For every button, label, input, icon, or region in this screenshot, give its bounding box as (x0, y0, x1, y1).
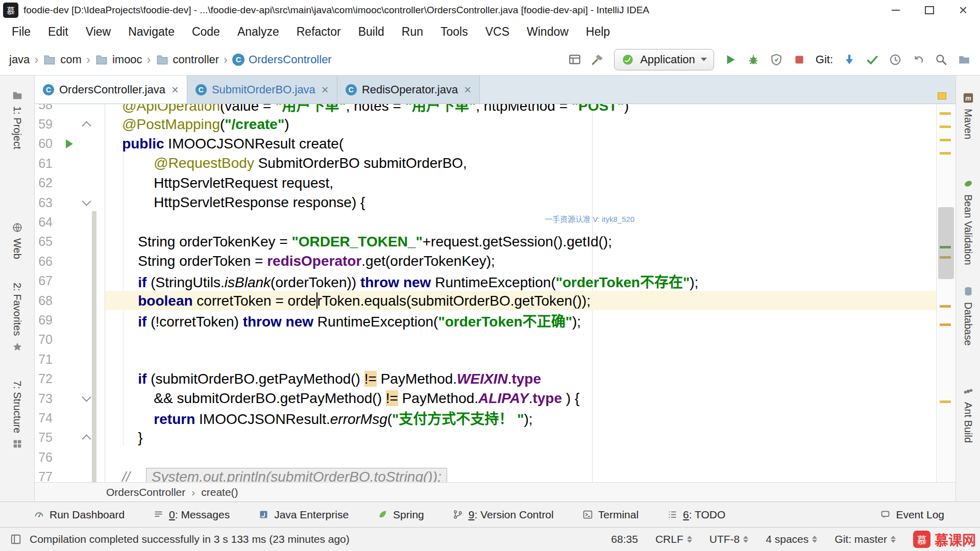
breadcrumb-com[interactable]: com (43, 53, 82, 66)
tool-windows-button[interactable] (568, 53, 581, 66)
code-line-66[interactable]: 66 String orderToken = redisOperator.get… (35, 252, 937, 271)
menu-vcs[interactable]: VCS (477, 25, 518, 39)
code-line-69[interactable]: 69 if (!corretToken) throw new RuntimeEx… (35, 310, 937, 330)
breadcrumb-controller[interactable]: controller (156, 53, 219, 66)
code-line-76[interactable]: 76 (35, 447, 937, 467)
favorites-icon (12, 341, 23, 353)
vcs-update-button[interactable] (843, 53, 856, 66)
close-button[interactable]: × (946, 0, 980, 20)
scrollbar-thumb[interactable] (938, 207, 954, 279)
code-line-58[interactable]: 58 @ApiOperation(value = "用户下单", notes =… (35, 104, 937, 114)
rollback-button[interactable] (912, 53, 925, 66)
menu-window[interactable]: Window (518, 25, 577, 39)
breadcrumb-orderscontroller[interactable]: OrdersController (106, 486, 185, 498)
tool-button-bean-validation[interactable]: Bean Validation (962, 178, 974, 265)
tool-button-ant-build[interactable]: Ant Build (962, 386, 974, 443)
code-line-77[interactable]: 77 // System.out.println(submitOrderBO.t… (35, 467, 937, 482)
menu-refactor[interactable]: Refactor (288, 25, 350, 39)
tool-button-web[interactable]: Web (11, 222, 23, 259)
minimize-button[interactable] (879, 0, 913, 20)
breadcrumb-create[interactable]: create() (201, 486, 238, 498)
run-line-icon[interactable] (66, 139, 73, 148)
line-number: 76 (35, 450, 57, 465)
menu-run[interactable]: Run (393, 25, 432, 39)
code-line-63[interactable]: 63 HttpServletResponse response) { (35, 193, 937, 212)
tab-close-icon[interactable]: × (464, 84, 471, 96)
tool-button-7-structure[interactable]: 7: Structure (11, 381, 23, 449)
menu-build[interactable]: Build (350, 25, 393, 39)
history-button[interactable] (889, 53, 902, 66)
maximize-button[interactable] (913, 0, 946, 20)
debug-button[interactable] (747, 53, 760, 66)
code-text: return IMOOCJSONResult.errorMsg("支付方式不支持… (106, 408, 533, 428)
tab-orderscontroller-java[interactable]: COrdersController.java× (35, 76, 187, 104)
code-line-75[interactable]: 75 } (35, 428, 937, 447)
code-line-72[interactable]: 72 if (submitOrderBO.getPayMethod() != P… (35, 369, 937, 388)
tab-close-icon[interactable]: × (172, 84, 179, 96)
project-view-button[interactable] (958, 53, 971, 66)
menu-edit[interactable]: Edit (39, 25, 77, 39)
inspection-indicator[interactable] (938, 92, 946, 99)
menu-code[interactable]: Code (183, 25, 229, 39)
tool-window-event-log[interactable]: Event Log (880, 509, 944, 521)
code-line-74[interactable]: 74 return IMOOCJSONResult.errorMsg("支付方式… (35, 408, 937, 428)
status-item-caret-position[interactable]: 68:35 (611, 533, 638, 545)
tab-submitorderbo-java[interactable]: CSubmitOrderBO.java× (187, 76, 337, 104)
menu-help[interactable]: Help (577, 25, 619, 39)
menu-analyze[interactable]: Analyze (229, 25, 288, 39)
run-button[interactable] (724, 53, 737, 66)
tool-window-9-version-control[interactable]: 9: Version Control (453, 509, 554, 521)
tool-button-1-project[interactable]: 1: Project (11, 90, 23, 149)
code-line-70[interactable]: 70 (35, 330, 937, 349)
fold-marker-icon[interactable] (82, 196, 91, 206)
status-item-encoding[interactable]: UTF-8 (709, 533, 749, 545)
tool-window-spring[interactable]: Spring (377, 509, 424, 521)
stop-button[interactable] (793, 53, 806, 66)
code-line-62[interactable]: 62 HttpServletRequest request, (35, 173, 937, 193)
menu-tools[interactable]: Tools (432, 25, 477, 39)
vcs-commit-button[interactable] (866, 53, 879, 66)
run-config-selector[interactable]: Application (614, 49, 714, 70)
code-line-73[interactable]: 73 && submitOrderBO.getPayMethod() != Pa… (35, 389, 937, 408)
code-line-67[interactable]: 67 if (StringUtils.isBlank(orderToken)) … (35, 271, 937, 291)
fold-marker-icon[interactable] (82, 392, 91, 402)
breadcrumb-java[interactable]: java (9, 53, 30, 66)
toolwindow-toggle-icon[interactable] (10, 534, 21, 545)
code-line-59[interactable]: 59 @PostMapping("/create") (35, 114, 937, 134)
tab-close-icon[interactable]: × (322, 84, 329, 96)
code-line-65[interactable]: 65 String orderTokenKey = "ORDER_TOKEN_"… (35, 232, 937, 252)
status-item-line-separator[interactable]: CRLF (655, 533, 692, 545)
code-line-60[interactable]: 60 public IMOOCJSONResult create( (35, 134, 937, 154)
tool-button-maven[interactable]: mMaven (962, 92, 974, 139)
tool-window-label: Run Dashboard (50, 509, 125, 521)
search-everywhere-button[interactable] (935, 53, 948, 66)
tool-window-6-todo[interactable]: 6: TODO (667, 509, 725, 521)
breadcrumb-imooc[interactable]: imooc (95, 53, 142, 66)
status-item-git-branch[interactable]: Git: master (835, 533, 896, 545)
code-line-68[interactable]: 68 boolean corretToken = orderToken.equa… (35, 291, 937, 310)
code-line-61[interactable]: 61 @RequestBody SubmitOrderBO submitOrde… (35, 154, 937, 173)
coverage-icon (770, 53, 783, 66)
tool-button-database[interactable]: Database (962, 286, 974, 346)
code-area[interactable]: 58 @ApiOperation(value = "用户下单", notes =… (35, 104, 937, 482)
menu-navigate[interactable]: Navigate (119, 25, 183, 39)
build-project-button[interactable] (591, 53, 604, 66)
status-item-indent-style[interactable]: 4 spaces (766, 533, 817, 545)
run-with-coverage-button[interactable] (770, 53, 783, 66)
menu-file[interactable]: File (3, 25, 39, 39)
arrow-up-icon (743, 536, 748, 539)
tool-window-java-enterprise[interactable]: Java Enterprise (258, 509, 349, 521)
breadcrumb-orderscontroller[interactable]: COrdersController (232, 53, 332, 66)
tool-button-2-favorites[interactable]: 2: Favorites (11, 283, 23, 352)
error-stripe[interactable] (936, 104, 955, 482)
code-line-71[interactable]: 71 (35, 349, 937, 369)
tab-redisoperator-java[interactable]: CRedisOperator.java× (337, 76, 480, 104)
menu-view[interactable]: View (77, 25, 119, 39)
tool-window-0-messages[interactable]: 0: Messages (153, 509, 230, 521)
fold-marker-icon[interactable] (82, 434, 91, 443)
editor[interactable]: 58 @ApiOperation(value = "用户下单", notes =… (35, 104, 955, 482)
code-line-64[interactable]: 64 (35, 212, 937, 232)
fold-marker-icon[interactable] (82, 121, 91, 130)
tool-window-terminal[interactable]: Terminal (582, 509, 639, 521)
tool-window-run-dashboard[interactable]: Run Dashboard (34, 509, 125, 521)
